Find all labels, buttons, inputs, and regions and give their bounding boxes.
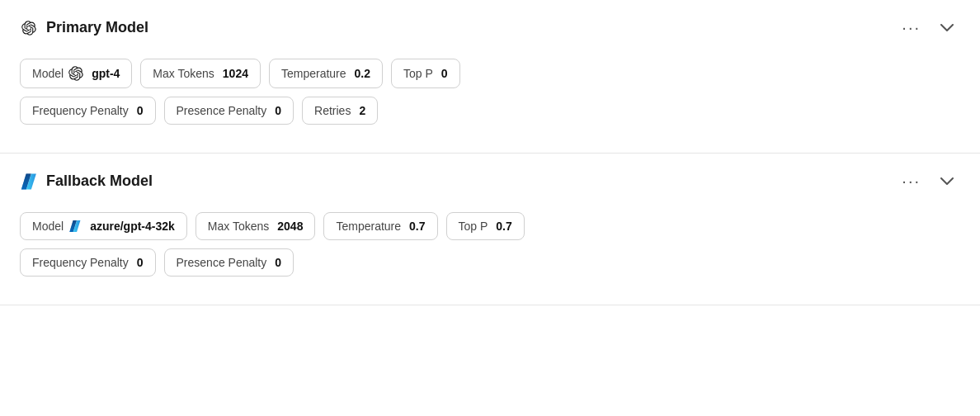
primary-top-p-label: Top P [403, 67, 433, 80]
primary-model-header: Primary Model ··· [20, 15, 960, 40]
primary-model-row1: Model gpt-4 Max Tokens 1024 Temperature … [20, 59, 960, 88]
primary-temperature-label: Temperature [281, 67, 346, 80]
fallback-temperature-value: 0.7 [409, 220, 425, 233]
primary-model-actions: ··· [895, 15, 960, 40]
fallback-model-title-group: Fallback Model [20, 173, 153, 191]
primary-model-section: Primary Model ··· Model gpt-4 Max Tokens [0, 0, 980, 154]
fallback-model-value: azure/gpt-4-32k [90, 220, 175, 233]
fallback-model-actions: ··· [895, 168, 960, 194]
fallback-top-p-label: Top P [459, 220, 488, 233]
primary-model-more-button[interactable]: ··· [895, 15, 927, 40]
fallback-frequency-penalty-label: Frequency Penalty [32, 256, 129, 269]
fallback-presence-penalty-badge: Presence Penalty 0 [164, 248, 294, 277]
primary-retries-value: 2 [359, 104, 365, 117]
primary-max-tokens-label: Max Tokens [153, 67, 214, 80]
fallback-model-badge-icon [68, 220, 82, 233]
primary-presence-penalty-badge: Presence Penalty 0 [164, 97, 294, 125]
primary-max-tokens-badge: Max Tokens 1024 [140, 59, 261, 88]
primary-retries-label: Retries [314, 104, 351, 117]
azure-section-icon [20, 173, 38, 191]
fallback-max-tokens-value: 2048 [277, 220, 303, 233]
primary-top-p-badge: Top P 0 [391, 59, 460, 88]
fallback-temperature-label: Temperature [336, 220, 401, 233]
primary-frequency-penalty-label: Frequency Penalty [32, 104, 129, 117]
primary-model-value: gpt-4 [92, 67, 120, 80]
fallback-model-row1: Model [20, 212, 960, 240]
fallback-model-badge: Model [20, 212, 187, 240]
primary-presence-penalty-value: 0 [275, 104, 281, 117]
primary-model-row2: Frequency Penalty 0 Presence Penalty 0 R… [20, 97, 960, 125]
primary-temperature-badge: Temperature 0.2 [269, 59, 383, 88]
primary-model-badge-icon [68, 66, 83, 81]
primary-model-badge: Model gpt-4 [20, 59, 132, 88]
fallback-max-tokens-badge: Max Tokens 2048 [196, 212, 316, 240]
openai-section-icon [20, 19, 38, 37]
fallback-frequency-penalty-badge: Frequency Penalty 0 [20, 248, 156, 277]
fallback-model-label: Model [32, 220, 64, 233]
primary-max-tokens-value: 1024 [223, 67, 248, 80]
fallback-model-title: Fallback Model [46, 173, 153, 190]
primary-model-label: Model [32, 67, 64, 80]
primary-frequency-penalty-badge: Frequency Penalty 0 [20, 97, 156, 125]
fallback-model-section: Fallback Model ··· Model [0, 154, 980, 305]
primary-presence-penalty-label: Presence Penalty [177, 104, 267, 117]
fallback-model-more-button[interactable]: ··· [895, 168, 927, 194]
fallback-frequency-penalty-value: 0 [137, 256, 144, 269]
primary-model-title-group: Primary Model [20, 19, 148, 37]
primary-frequency-penalty-value: 0 [137, 104, 144, 117]
fallback-model-chevron-button[interactable] [934, 169, 960, 193]
primary-temperature-value: 0.2 [355, 67, 370, 80]
fallback-top-p-value: 0.7 [496, 220, 511, 233]
primary-model-chevron-button[interactable] [934, 16, 960, 40]
fallback-temperature-badge: Temperature 0.7 [323, 212, 437, 240]
fallback-presence-penalty-label: Presence Penalty [177, 256, 267, 269]
fallback-model-row2: Frequency Penalty 0 Presence Penalty 0 [20, 248, 960, 277]
primary-retries-badge: Retries 2 [302, 97, 378, 125]
fallback-top-p-badge: Top P 0.7 [446, 212, 525, 240]
fallback-presence-penalty-value: 0 [275, 256, 281, 269]
primary-model-title: Primary Model [46, 19, 148, 36]
fallback-max-tokens-label: Max Tokens [208, 220, 269, 233]
primary-top-p-value: 0 [441, 67, 448, 80]
fallback-model-header: Fallback Model ··· [20, 168, 960, 194]
